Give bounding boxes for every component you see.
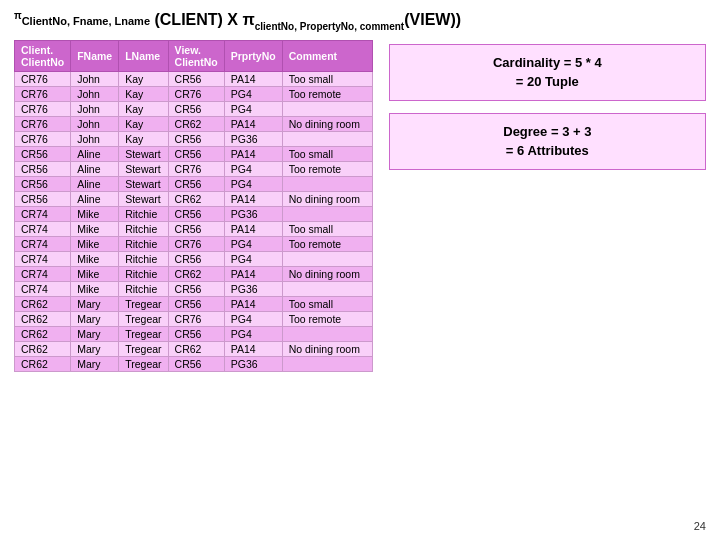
table-row: CR56AlineStewartCR62PA14No dining room [15,191,373,206]
main-text: (CLIENT) X π [154,11,254,28]
table-cell: CR74 [15,221,71,236]
page-number: 24 [694,520,706,532]
table-cell: Stewart [119,176,168,191]
table-cell: CR76 [168,86,224,101]
table-cell: Mary [71,341,119,356]
table-cell: Tregear [119,326,168,341]
table-cell: CR56 [168,281,224,296]
table-cell: CR62 [168,341,224,356]
table-cell: CR74 [15,236,71,251]
table-row: CR62MaryTregearCR76PG4Too remote [15,311,373,326]
table-cell: CR56 [168,131,224,146]
table-cell: Ritchie [119,206,168,221]
table-cell: Mike [71,281,119,296]
table-cell: Aline [71,191,119,206]
table-cell [282,251,372,266]
table-row: CR76JohnKayCR62PA14No dining room [15,116,373,131]
table-cell: CR56 [168,221,224,236]
table-cell: CR62 [168,266,224,281]
table-cell: Stewart [119,146,168,161]
table-cell: PG4 [224,311,282,326]
table-cell: Too small [282,296,372,311]
main-content: Client.ClientNo FName LName View.ClientN… [14,40,706,372]
table-cell: CR76 [168,161,224,176]
table-cell: Ritchie [119,266,168,281]
table-cell: CR74 [15,281,71,296]
table-cell [282,281,372,296]
table-cell [282,356,372,371]
suffix: (VIEW)) [404,11,461,28]
table-cell: CR62 [168,116,224,131]
table-cell: PG4 [224,236,282,251]
table-row: CR74MikeRitchieCR62PA14No dining room [15,266,373,281]
table-cell: Stewart [119,191,168,206]
table-cell: CR56 [168,326,224,341]
table-cell: CR56 [168,356,224,371]
table-cell: Mary [71,296,119,311]
table-cell: Mike [71,236,119,251]
table-cell [282,326,372,341]
table-cell: Mary [71,326,119,341]
table-cell: PG4 [224,176,282,191]
table-row: CR62MaryTregearCR56PG4 [15,326,373,341]
table-cell: CR62 [15,296,71,311]
table-cell: Mike [71,206,119,221]
table-cell: John [71,101,119,116]
table-cell: Ritchie [119,221,168,236]
col-header-prprtyno: PrprtyNo [224,40,282,71]
table-row: CR74MikeRitchieCR56PA14Too small [15,221,373,236]
right-panel: Cardinality = 5 * 4 = 20 Tuple Degree = … [389,40,706,170]
table-cell: Too small [282,221,372,236]
data-table: Client.ClientNo FName LName View.ClientN… [14,40,373,372]
table-cell: Too remote [282,161,372,176]
table-row: CR76JohnKayCR56PG4 [15,101,373,116]
table-cell: PG4 [224,161,282,176]
table-cell: CR76 [15,101,71,116]
table-row: CR74MikeRitchieCR56PG36 [15,281,373,296]
table-row: CR76JohnKayCR56PA14Too small [15,71,373,86]
table-cell: Mike [71,221,119,236]
table-cell: Tregear [119,311,168,326]
table-cell: PG36 [224,356,282,371]
table-cell: CR76 [168,311,224,326]
table-cell: CR56 [168,101,224,116]
table-cell: PG4 [224,326,282,341]
table-cell: Too remote [282,311,372,326]
cardinality-box: Cardinality = 5 * 4 = 20 Tuple [389,44,706,101]
table-cell: Ritchie [119,236,168,251]
table-cell: PA14 [224,191,282,206]
table-cell: John [71,86,119,101]
table-cell: PA14 [224,296,282,311]
table-cell: CR56 [168,206,224,221]
table-cell: CR56 [15,191,71,206]
table-row: CR74MikeRitchieCR56PG4 [15,251,373,266]
table-cell: CR56 [168,296,224,311]
table-cell: CR56 [15,176,71,191]
table-cell: CR76 [15,71,71,86]
table-cell: PG36 [224,131,282,146]
table-cell: CR62 [15,326,71,341]
cardinality-line2: = 20 Tuple [402,72,693,92]
cardinality-line1: Cardinality = 5 * 4 [402,53,693,73]
table-cell: John [71,131,119,146]
table-cell: John [71,116,119,131]
table-row: CR56AlineStewartCR76PG4Too remote [15,161,373,176]
table-cell: CR74 [15,251,71,266]
table-row: CR76JohnKayCR56PG36 [15,131,373,146]
table-cell: Aline [71,146,119,161]
table-cell: Ritchie [119,251,168,266]
table-row: CR74MikeRitchieCR76PG4Too remote [15,236,373,251]
pi-left: π [14,10,22,21]
table-cell: PG4 [224,86,282,101]
table-cell: CR56 [15,146,71,161]
table-cell: CR74 [15,266,71,281]
table-cell: Kay [119,131,168,146]
table-cell: PG4 [224,101,282,116]
table-cell: PA14 [224,71,282,86]
table-cell: PA14 [224,266,282,281]
table-cell: Kay [119,71,168,86]
degree-box: Degree = 3 + 3 = 6 Attributes [389,113,706,170]
table-cell: No dining room [282,191,372,206]
table-cell: Ritchie [119,281,168,296]
table-cell: Kay [119,86,168,101]
